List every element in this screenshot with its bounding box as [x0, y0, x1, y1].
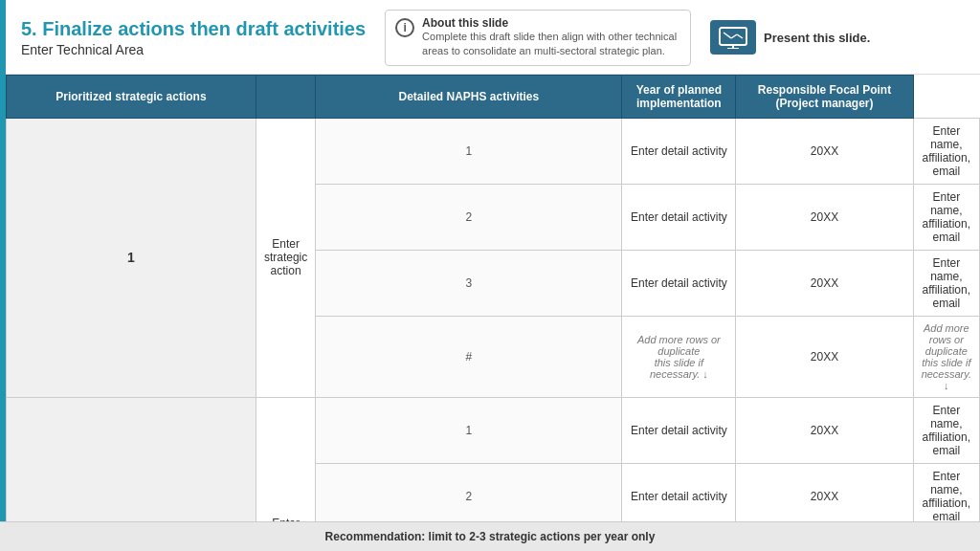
- sub-number-cell: 1: [316, 397, 622, 463]
- year-cell: 20XX: [736, 118, 913, 184]
- left-stripe: [0, 0, 6, 551]
- page-title: 5. Finalize actions then draft activitie…: [21, 18, 366, 40]
- col-header-num: [256, 75, 315, 118]
- present-label: Present this slide.: [764, 31, 870, 45]
- year-cell: 20XX: [736, 397, 913, 463]
- activity-cell: Enter detail activity: [622, 118, 736, 184]
- page-wrapper: 5. Finalize actions then draft activitie…: [0, 0, 980, 551]
- year-cell: 20XX: [736, 184, 913, 250]
- focal-cell: Enter name, affiliation, email: [913, 463, 979, 529]
- sub-number-cell: 1: [316, 118, 622, 184]
- svg-line-5: [737, 34, 743, 38]
- info-description: Complete this draft slide then align wit…: [422, 30, 680, 59]
- activity-cell: Add more rows or duplicate this slide if…: [622, 316, 736, 397]
- info-text-block: About this slide Complete this draft sli…: [422, 16, 680, 59]
- year-cell: 20XX: [736, 250, 913, 316]
- focal-cell: Enter name, affiliation, email: [913, 250, 979, 316]
- year-cell: 20XX: [736, 463, 913, 529]
- year-cell: 20XX: [736, 316, 913, 397]
- info-title: About this slide: [422, 16, 680, 30]
- activity-cell: Enter detail activity: [622, 397, 736, 463]
- footer-bar: Recommendation: limit to 2-3 strategic a…: [0, 521, 980, 551]
- col-header-focal: Responsible Focal Point (Project manager…: [736, 75, 913, 118]
- present-block[interactable]: Present this slide.: [710, 20, 870, 55]
- focal-cell: Add more rows or duplicate this slide if…: [913, 316, 979, 397]
- col-header-activities: Detailed NAPHS activities: [316, 75, 622, 118]
- content-area: 5. Finalize actions then draft activitie…: [6, 0, 980, 551]
- focal-cell: Enter name, affiliation, email: [913, 184, 979, 250]
- footer-text: Recommendation: limit to 2-3 strategic a…: [325, 530, 656, 543]
- header: 5. Finalize actions then draft activitie…: [6, 0, 980, 75]
- activity-cell: Enter detail activity: [622, 463, 736, 529]
- present-icon: [710, 20, 756, 55]
- info-icon: i: [395, 18, 414, 37]
- activity-cell: Enter detail activity: [622, 250, 736, 316]
- info-block: i About this slide Complete this draft s…: [385, 10, 691, 66]
- strategic-action-cell: Enter strategic action: [256, 118, 315, 397]
- col-header-strategic-actions: Prioritized strategic actions: [7, 75, 256, 118]
- header-title-block: 5. Finalize actions then draft activitie…: [21, 18, 366, 57]
- table-container: Prioritized strategic actions Detailed N…: [6, 75, 980, 551]
- sub-number-cell: #: [316, 316, 622, 397]
- table-header-row: Prioritized strategic actions Detailed N…: [7, 75, 980, 118]
- activity-cell: Enter detail activity: [622, 184, 736, 250]
- svg-line-4: [731, 34, 737, 38]
- main-table: Prioritized strategic actions Detailed N…: [6, 75, 980, 551]
- row-number-cell: 1: [7, 118, 256, 397]
- col-header-year: Year of planned implementation: [622, 75, 736, 118]
- page-subtitle: Enter Technical Area: [21, 42, 366, 57]
- svg-line-3: [724, 33, 731, 38]
- sub-number-cell: 2: [316, 463, 622, 529]
- sub-number-cell: 3: [316, 250, 622, 316]
- sub-number-cell: 2: [316, 184, 622, 250]
- table-row: 2Enter strategic action1Enter detail act…: [7, 397, 980, 463]
- table-row: 1Enter strategic action1Enter detail act…: [7, 118, 980, 184]
- focal-cell: Enter name, affiliation, email: [913, 397, 979, 463]
- focal-cell: Enter name, affiliation, email: [913, 118, 979, 184]
- table-body: 1Enter strategic action1Enter detail act…: [7, 118, 980, 551]
